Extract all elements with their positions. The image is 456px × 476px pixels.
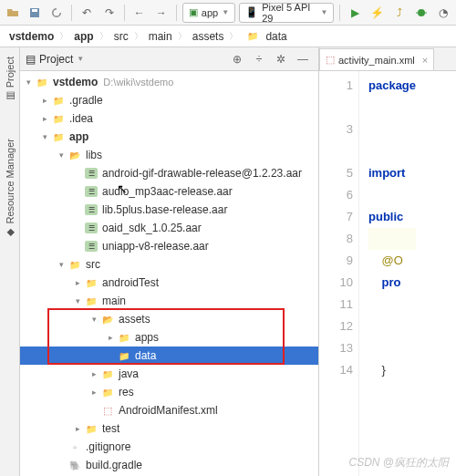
svg-point-2: [418, 9, 425, 16]
pane-title-label: Project: [39, 53, 73, 66]
tree-root[interactable]: 📁vstdemoD:\wiki\vstdemo: [20, 73, 318, 91]
main-toolbar: ↶ ↷ ← → ▣ app ▼ 📱 Pixel 5 API 29 ▼ ▶ ⚡ ⤴…: [0, 0, 456, 26]
settings-icon[interactable]: ✲: [271, 49, 291, 69]
tree-node-test[interactable]: 📁test: [20, 419, 318, 438]
open-icon[interactable]: [4, 3, 22, 23]
tool-window-strip: ▤Project ◆Resource Manager: [0, 47, 20, 476]
sync-icon[interactable]: [47, 3, 66, 23]
tree-node-libs[interactable]: 📂libs: [20, 146, 318, 164]
locate-icon[interactable]: ⊕: [227, 49, 247, 69]
xml-file-icon: ⬚: [326, 54, 335, 66]
tree-node-gradle[interactable]: 📁.gradle: [20, 91, 318, 109]
editor-body[interactable]: 1 3 5 6 7 8 9 10 11 12 13 14 package imp…: [319, 71, 456, 476]
editor-pane: ⬚ activity_main.xml × 1 3 5 6 7 8 9 10 1…: [319, 47, 456, 476]
breadcrumb-item[interactable]: vstdemo: [5, 28, 57, 45]
file-tab[interactable]: ⬚ activity_main.xml ×: [319, 48, 434, 70]
svg-rect-1: [32, 9, 37, 12]
tree-node-data[interactable]: 📁data: [20, 347, 318, 365]
code-area[interactable]: package import public @O pro }: [359, 71, 416, 476]
line-gutter: 1 3 5 6 7 8 9 10 11 12 13 14: [319, 71, 359, 476]
save-icon[interactable]: [26, 3, 44, 23]
file-tab-label: activity_main.xml: [338, 55, 415, 66]
tree-node-buildgradle[interactable]: 🐘build.gradle: [20, 456, 318, 474]
run-config-selector[interactable]: ▣ app ▼: [182, 3, 235, 23]
editor-tabs: ⬚ activity_main.xml ×: [319, 47, 456, 71]
expand-icon[interactable]: ÷: [249, 49, 269, 69]
breadcrumb-item[interactable]: app: [70, 28, 97, 45]
phone-icon: 📱: [245, 6, 258, 18]
chevron-down-icon: ▼: [77, 55, 84, 63]
apply-changes-icon[interactable]: ⚡: [368, 3, 386, 23]
watermark: CSDN @疯狂的太阳: [348, 455, 449, 471]
project-tool-tab[interactable]: ▤Project: [4, 57, 16, 102]
tree-node-apps[interactable]: 📁apps: [20, 328, 318, 347]
forward-icon[interactable]: →: [152, 3, 171, 23]
profile-icon[interactable]: ◔: [434, 3, 452, 23]
tree-node-lib[interactable]: ☰audio_mp3aac-release.aar: [20, 182, 318, 201]
code-token: pro: [381, 275, 400, 289]
run-button[interactable]: ▶: [346, 3, 364, 23]
device-selector[interactable]: 📱 Pixel 5 API 29 ▼: [239, 3, 334, 23]
breadcrumb: vstdemo〉 app〉 src〉 main〉 assets〉 📁data: [0, 26, 456, 47]
redo-icon[interactable]: ↷: [100, 3, 119, 23]
tree-node-src[interactable]: 📁src: [20, 255, 318, 274]
breadcrumb-item[interactable]: assets: [189, 28, 228, 45]
chevron-down-icon: ▼: [320, 8, 327, 16]
project-view-selector[interactable]: ▤ Project ▼: [26, 53, 222, 66]
resource-manager-tab[interactable]: ◆Resource Manager: [4, 139, 16, 239]
code-token: package: [368, 78, 416, 92]
code-token: import: [368, 166, 405, 180]
breadcrumb-item[interactable]: main: [145, 28, 176, 45]
undo-icon[interactable]: ↶: [78, 3, 96, 23]
breadcrumb-item[interactable]: 📁data: [240, 28, 290, 45]
tree-node-java[interactable]: 📁java: [20, 365, 318, 383]
project-icon: ▤: [26, 53, 36, 66]
android-icon: ▣: [189, 6, 198, 18]
hide-icon[interactable]: —: [293, 49, 313, 69]
tree-node-app[interactable]: 📁app: [20, 128, 318, 146]
project-pane-header: ▤ Project ▼ ⊕ ÷ ✲ —: [20, 47, 318, 71]
code-token: }: [381, 363, 385, 377]
tree-node-idea[interactable]: 📁.idea: [20, 109, 318, 128]
tree-node-lib[interactable]: ☰oaid_sdk_1.0.25.aar: [20, 219, 318, 237]
tree-node-androidtest[interactable]: 📁androidTest: [20, 274, 318, 292]
tree-node-assets[interactable]: 📂assets: [20, 310, 318, 328]
debug-button[interactable]: [412, 3, 430, 23]
back-icon[interactable]: ←: [130, 3, 149, 23]
close-icon[interactable]: ×: [422, 55, 428, 66]
tree-node-main[interactable]: 📁main: [20, 292, 318, 310]
breadcrumb-item[interactable]: src: [110, 28, 132, 45]
project-pane: ▤ Project ▼ ⊕ ÷ ✲ — 📁vstdemoD:\wiki\vstd…: [20, 47, 319, 476]
run-config-label: app: [202, 7, 218, 18]
project-tree[interactable]: 📁vstdemoD:\wiki\vstdemo 📁.gradle 📁.idea …: [20, 71, 318, 476]
code-token: public: [368, 210, 403, 223]
device-label: Pixel 5 API 29: [262, 2, 316, 24]
tree-node-lib[interactable]: ☰lib.5plus.base-release.aar: [20, 201, 318, 219]
tree-node-res[interactable]: 📁res: [20, 383, 318, 401]
tree-node-lib[interactable]: ☰uniapp-v8-release.aar: [20, 237, 318, 255]
chevron-down-icon: ▼: [222, 8, 229, 16]
tree-node-manifest[interactable]: ⬚AndroidManifest.xml: [20, 401, 318, 419]
code-token: @O: [381, 254, 402, 267]
tree-node-gitignore[interactable]: ▫.gitignore: [20, 438, 318, 456]
instant-run-icon[interactable]: ⤴: [390, 3, 409, 23]
tree-node-lib[interactable]: ☰android-gif-drawable-release@1.2.23.aar: [20, 164, 318, 182]
